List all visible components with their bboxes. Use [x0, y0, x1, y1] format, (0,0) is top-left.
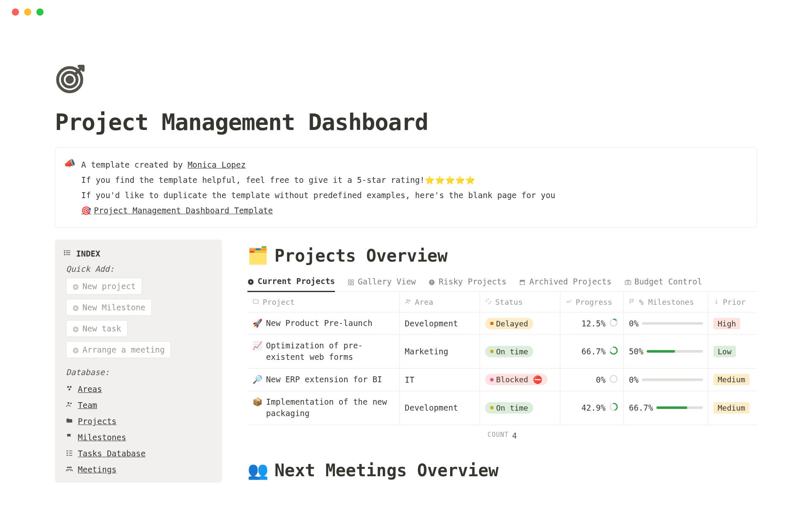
quick-add-arrange-a-meeting[interactable]: Arrange a meeting [66, 341, 171, 358]
svg-point-21 [67, 467, 69, 469]
cell-area: IT [400, 369, 480, 391]
milestone-bar [647, 350, 703, 353]
quick-add-new-milestone[interactable]: New Milestone [66, 299, 152, 316]
cell-progress: 12.5% [560, 312, 624, 334]
cell-project: 📦Implementation of the new packaging [247, 391, 400, 425]
author-link[interactable]: Monica Lopez [188, 160, 246, 169]
svg-point-14 [70, 386, 72, 388]
target-small-icon: 🎯 [81, 203, 91, 218]
archive-icon [519, 278, 526, 285]
sidebar: INDEX Quick Add: New projectNew Mileston… [55, 240, 222, 483]
plus-circle-icon [72, 346, 79, 353]
svg-point-2 [67, 77, 73, 83]
folder-icon: 🗂️ [247, 246, 269, 265]
priority-badge: Low [713, 346, 736, 357]
database-item-team[interactable]: Team [63, 397, 214, 413]
svg-point-8 [64, 254, 65, 255]
table-row[interactable]: 📈Optimization of pre-existent web forms … [247, 335, 757, 369]
tab-archived-projects[interactable]: Archived Projects [519, 276, 611, 291]
milestone-bar [656, 406, 703, 409]
progress-ring-icon [609, 402, 618, 413]
close-window-icon[interactable] [12, 8, 19, 16]
quick-add-new-project[interactable]: New project [66, 278, 142, 295]
cell-status: On time [480, 391, 560, 425]
svg-point-36 [627, 282, 629, 284]
team-icon [65, 400, 74, 410]
database-item-projects[interactable]: Projects [63, 413, 214, 429]
cell-milestones: 0% [624, 312, 708, 334]
database-label: Database: [63, 367, 214, 377]
cell-priority: Medium [708, 369, 755, 391]
svg-point-37 [406, 299, 408, 301]
warning-icon [428, 278, 435, 285]
cell-milestones: 50% [624, 335, 708, 368]
table-row[interactable]: 🚀New Product Pre-launch Development Dela… [247, 312, 757, 335]
progress-ring-icon [609, 318, 618, 329]
database-item-milestones[interactable]: Milestones [63, 429, 214, 445]
table-row[interactable]: 🔎New ERP extension for BI IT Blocked ⛔ 0… [247, 369, 757, 391]
col-area[interactable]: Area [400, 292, 480, 312]
svg-rect-29 [351, 283, 354, 285]
svg-point-45 [716, 302, 717, 304]
svg-rect-27 [351, 280, 354, 282]
svg-point-15 [69, 389, 71, 391]
grid-icon [348, 278, 354, 285]
progress-ring-icon [609, 374, 618, 385]
project-emoji-icon: 🚀 [252, 318, 263, 329]
status-badge: On time [485, 346, 533, 357]
svg-point-13 [67, 386, 69, 388]
table-row[interactable]: 📦Implementation of the new packaging Dev… [247, 391, 757, 425]
tasks-icon [65, 449, 74, 458]
cell-project: 🔎New ERP extension for BI [247, 369, 400, 391]
priority-badge: High [713, 318, 740, 329]
project-emoji-icon: 📦 [252, 396, 263, 408]
database-item-areas[interactable]: Areas [63, 381, 214, 397]
col-priority[interactable]: Prior [708, 292, 755, 312]
projects-table: Project Area Status Progress % Milestone… [247, 292, 757, 425]
status-badge: On time [485, 402, 533, 414]
milestone-bar [642, 378, 703, 381]
tab-gallery-view[interactable]: Gallery View [348, 276, 416, 291]
count-row: COUNT 4 [247, 425, 757, 440]
cell-area: Development [400, 312, 480, 334]
projects-overview-header: 🗂️ Projects Overview [247, 246, 757, 265]
priority-badge: Medium [713, 374, 749, 385]
svg-rect-32 [432, 284, 432, 284]
plus-circle-icon [72, 325, 79, 332]
tab-current-projects[interactable]: Current Projects [247, 276, 335, 292]
tab-budget-control[interactable]: Budget Control [624, 276, 702, 291]
milestone-bar [642, 322, 703, 325]
template-link[interactable]: 🎯 Project Management Dashboard Template [81, 203, 273, 218]
list-icon [63, 249, 71, 258]
people-icon [405, 298, 411, 306]
index-header: INDEX [63, 249, 214, 258]
folder-small-icon [252, 298, 259, 306]
budget-icon [624, 278, 631, 285]
cell-priority: Low [708, 335, 755, 368]
callout-line-1: A template created by Monica Lopez [81, 157, 555, 172]
thermometer-icon [713, 298, 719, 306]
tab-risky-projects[interactable]: Risky Projects [428, 276, 506, 291]
window-controls [0, 0, 812, 16]
cell-area: Development [400, 391, 480, 425]
minimize-window-icon[interactable] [24, 8, 31, 16]
callout-box: 📣 A template created by Monica Lopez If … [55, 147, 757, 228]
col-milestones[interactable]: % Milestones [624, 292, 708, 312]
priority-badge: Medium [713, 402, 749, 414]
svg-rect-31 [432, 281, 432, 283]
col-progress[interactable]: Progress [560, 292, 624, 312]
quick-add-new-task[interactable]: New task [66, 320, 128, 337]
callout-line-2: If you find the template helpful, feel f… [81, 172, 555, 188]
cell-priority: Medium [708, 391, 755, 425]
project-emoji-icon: 🔎 [252, 374, 263, 386]
svg-point-50 [610, 375, 617, 383]
database-item-tasks-database[interactable]: Tasks Database [63, 445, 214, 461]
svg-line-42 [490, 303, 491, 304]
col-project[interactable]: Project [247, 292, 400, 312]
col-status[interactable]: Status [480, 292, 560, 312]
svg-point-6 [64, 251, 65, 251]
megaphone-icon: 📣 [64, 158, 75, 168]
meetings-icon [65, 465, 74, 474]
maximize-window-icon[interactable] [36, 8, 44, 16]
database-item-meetings[interactable]: Meetings [63, 461, 214, 478]
